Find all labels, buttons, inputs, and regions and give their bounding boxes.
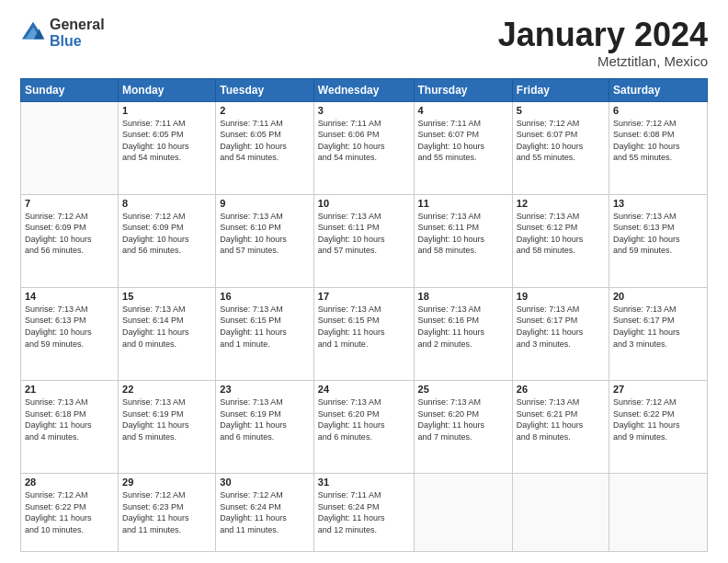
table-row: 10Sunrise: 7:13 AMSunset: 6:11 PMDayligh… bbox=[313, 194, 414, 287]
day-number: 17 bbox=[318, 291, 410, 302]
table-row: 14Sunrise: 7:13 AMSunset: 6:13 PMDayligh… bbox=[21, 287, 119, 380]
table-row: 23Sunrise: 7:13 AMSunset: 6:19 PMDayligh… bbox=[216, 380, 314, 473]
logo: General Blue bbox=[20, 17, 105, 49]
day-info: Sunrise: 7:13 AMSunset: 6:13 PMDaylight:… bbox=[613, 211, 703, 257]
day-number: 26 bbox=[517, 384, 605, 395]
table-row: 2Sunrise: 7:11 AMSunset: 6:05 PMDaylight… bbox=[216, 101, 314, 194]
day-info: Sunrise: 7:13 AMSunset: 6:18 PMDaylight:… bbox=[25, 396, 114, 442]
day-info: Sunrise: 7:12 AMSunset: 6:09 PMDaylight:… bbox=[25, 211, 114, 257]
table-row: 17Sunrise: 7:13 AMSunset: 6:15 PMDayligh… bbox=[313, 287, 414, 380]
day-info: Sunrise: 7:13 AMSunset: 6:11 PMDaylight:… bbox=[418, 211, 508, 257]
day-number: 3 bbox=[318, 105, 410, 116]
day-number: 20 bbox=[613, 291, 703, 302]
table-row: 21Sunrise: 7:13 AMSunset: 6:18 PMDayligh… bbox=[21, 380, 119, 473]
table-row: 15Sunrise: 7:13 AMSunset: 6:14 PMDayligh… bbox=[119, 287, 216, 380]
title-location: Metztitlan, Mexico bbox=[498, 53, 708, 69]
day-info: Sunrise: 7:11 AMSunset: 6:06 PMDaylight:… bbox=[318, 118, 410, 164]
table-row: 31Sunrise: 7:11 AMSunset: 6:24 PMDayligh… bbox=[313, 474, 414, 552]
table-row: 1Sunrise: 7:11 AMSunset: 6:05 PMDaylight… bbox=[119, 101, 216, 194]
day-number: 5 bbox=[517, 105, 605, 116]
day-number: 30 bbox=[220, 477, 310, 488]
day-number: 10 bbox=[318, 198, 410, 209]
day-info: Sunrise: 7:13 AMSunset: 6:15 PMDaylight:… bbox=[318, 304, 410, 350]
day-number: 29 bbox=[122, 477, 211, 488]
day-info: Sunrise: 7:12 AMSunset: 6:22 PMDaylight:… bbox=[25, 489, 114, 535]
logo-text: General Blue bbox=[50, 17, 105, 49]
day-info: Sunrise: 7:11 AMSunset: 6:07 PMDaylight:… bbox=[418, 118, 508, 164]
logo-icon bbox=[20, 20, 46, 46]
calendar-header-row: Sunday Monday Tuesday Wednesday Thursday… bbox=[21, 78, 708, 101]
table-row: 29Sunrise: 7:12 AMSunset: 6:23 PMDayligh… bbox=[119, 474, 216, 552]
day-number: 21 bbox=[25, 384, 114, 395]
table-row: 9Sunrise: 7:13 AMSunset: 6:10 PMDaylight… bbox=[216, 194, 314, 287]
table-row: 18Sunrise: 7:13 AMSunset: 6:16 PMDayligh… bbox=[414, 287, 512, 380]
day-number: 12 bbox=[517, 198, 605, 209]
table-row bbox=[414, 474, 512, 552]
col-monday: Monday bbox=[119, 78, 216, 101]
page: General Blue January 2024 Metztitlan, Me… bbox=[0, 0, 728, 563]
day-number: 9 bbox=[220, 198, 310, 209]
day-info: Sunrise: 7:13 AMSunset: 6:12 PMDaylight:… bbox=[517, 211, 605, 257]
day-number: 27 bbox=[613, 384, 703, 395]
table-row: 28Sunrise: 7:12 AMSunset: 6:22 PMDayligh… bbox=[21, 474, 119, 552]
day-number: 19 bbox=[517, 291, 605, 302]
day-number: 4 bbox=[418, 105, 508, 116]
day-number: 14 bbox=[25, 291, 114, 302]
table-row: 19Sunrise: 7:13 AMSunset: 6:17 PMDayligh… bbox=[512, 287, 609, 380]
title-area: January 2024 Metztitlan, Mexico bbox=[498, 17, 708, 69]
day-info: Sunrise: 7:13 AMSunset: 6:17 PMDaylight:… bbox=[517, 304, 605, 350]
table-row bbox=[21, 101, 119, 194]
header: General Blue January 2024 Metztitlan, Me… bbox=[20, 17, 708, 69]
day-number: 23 bbox=[220, 384, 310, 395]
day-number: 13 bbox=[613, 198, 703, 209]
col-friday: Friday bbox=[512, 78, 609, 101]
day-number: 15 bbox=[122, 291, 211, 302]
table-row: 4Sunrise: 7:11 AMSunset: 6:07 PMDaylight… bbox=[414, 101, 512, 194]
day-info: Sunrise: 7:13 AMSunset: 6:11 PMDaylight:… bbox=[318, 211, 410, 257]
day-number: 16 bbox=[220, 291, 310, 302]
day-number: 18 bbox=[418, 291, 508, 302]
calendar-table: Sunday Monday Tuesday Wednesday Thursday… bbox=[20, 78, 708, 552]
table-row bbox=[609, 474, 708, 552]
table-row: 26Sunrise: 7:13 AMSunset: 6:21 PMDayligh… bbox=[512, 380, 609, 473]
day-info: Sunrise: 7:13 AMSunset: 6:17 PMDaylight:… bbox=[613, 304, 703, 350]
day-number: 25 bbox=[418, 384, 508, 395]
table-row: 30Sunrise: 7:12 AMSunset: 6:24 PMDayligh… bbox=[216, 474, 314, 552]
col-thursday: Thursday bbox=[414, 78, 512, 101]
table-row: 25Sunrise: 7:13 AMSunset: 6:20 PMDayligh… bbox=[414, 380, 512, 473]
day-info: Sunrise: 7:12 AMSunset: 6:23 PMDaylight:… bbox=[122, 489, 211, 535]
day-number: 1 bbox=[122, 105, 211, 116]
day-info: Sunrise: 7:11 AMSunset: 6:05 PMDaylight:… bbox=[122, 118, 211, 164]
table-row: 3Sunrise: 7:11 AMSunset: 6:06 PMDaylight… bbox=[313, 101, 414, 194]
day-info: Sunrise: 7:12 AMSunset: 6:08 PMDaylight:… bbox=[613, 118, 703, 164]
logo-blue-text: Blue bbox=[50, 33, 105, 50]
day-info: Sunrise: 7:13 AMSunset: 6:21 PMDaylight:… bbox=[517, 396, 605, 442]
day-number: 6 bbox=[613, 105, 703, 116]
day-info: Sunrise: 7:13 AMSunset: 6:20 PMDaylight:… bbox=[318, 396, 410, 442]
table-row: 8Sunrise: 7:12 AMSunset: 6:09 PMDaylight… bbox=[119, 194, 216, 287]
day-info: Sunrise: 7:13 AMSunset: 6:13 PMDaylight:… bbox=[25, 304, 114, 350]
table-row: 7Sunrise: 7:12 AMSunset: 6:09 PMDaylight… bbox=[21, 194, 119, 287]
day-info: Sunrise: 7:13 AMSunset: 6:16 PMDaylight:… bbox=[418, 304, 508, 350]
table-row bbox=[512, 474, 609, 552]
day-info: Sunrise: 7:13 AMSunset: 6:20 PMDaylight:… bbox=[418, 396, 508, 442]
col-sunday: Sunday bbox=[21, 78, 119, 101]
table-row: 13Sunrise: 7:13 AMSunset: 6:13 PMDayligh… bbox=[609, 194, 708, 287]
table-row: 12Sunrise: 7:13 AMSunset: 6:12 PMDayligh… bbox=[512, 194, 609, 287]
table-row: 20Sunrise: 7:13 AMSunset: 6:17 PMDayligh… bbox=[609, 287, 708, 380]
day-number: 8 bbox=[122, 198, 211, 209]
table-row: 6Sunrise: 7:12 AMSunset: 6:08 PMDaylight… bbox=[609, 101, 708, 194]
day-number: 24 bbox=[318, 384, 410, 395]
table-row: 27Sunrise: 7:12 AMSunset: 6:22 PMDayligh… bbox=[609, 380, 708, 473]
logo-general-text: General bbox=[50, 17, 105, 33]
day-info: Sunrise: 7:13 AMSunset: 6:15 PMDaylight:… bbox=[220, 304, 310, 350]
day-number: 22 bbox=[122, 384, 211, 395]
day-info: Sunrise: 7:11 AMSunset: 6:05 PMDaylight:… bbox=[220, 118, 310, 164]
table-row: 24Sunrise: 7:13 AMSunset: 6:20 PMDayligh… bbox=[313, 380, 414, 473]
col-tuesday: Tuesday bbox=[216, 78, 314, 101]
day-number: 31 bbox=[318, 477, 410, 488]
day-info: Sunrise: 7:11 AMSunset: 6:24 PMDaylight:… bbox=[318, 489, 410, 535]
day-info: Sunrise: 7:12 AMSunset: 6:24 PMDaylight:… bbox=[220, 489, 310, 535]
day-info: Sunrise: 7:13 AMSunset: 6:14 PMDaylight:… bbox=[122, 304, 211, 350]
day-info: Sunrise: 7:13 AMSunset: 6:19 PMDaylight:… bbox=[122, 396, 211, 442]
